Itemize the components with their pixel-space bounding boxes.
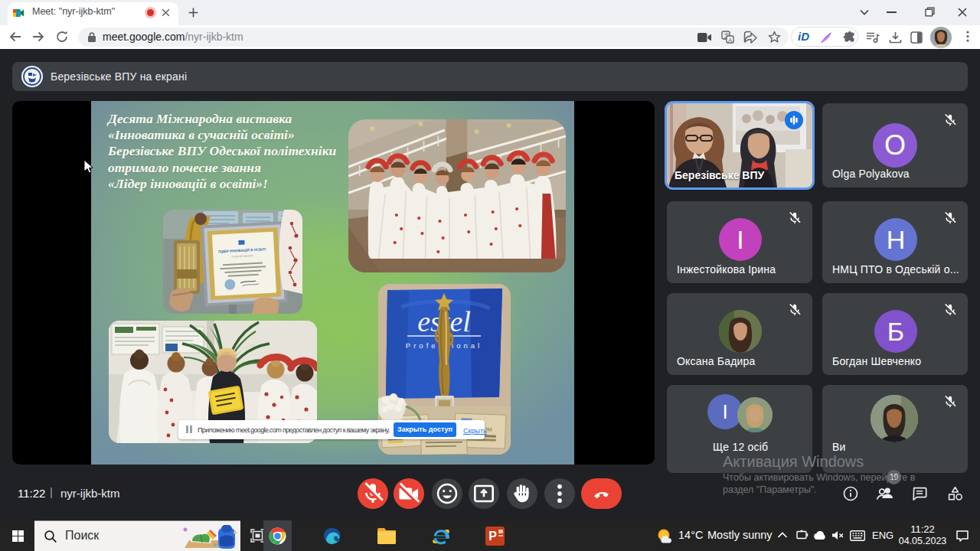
svg-text:A: A <box>728 37 733 44</box>
